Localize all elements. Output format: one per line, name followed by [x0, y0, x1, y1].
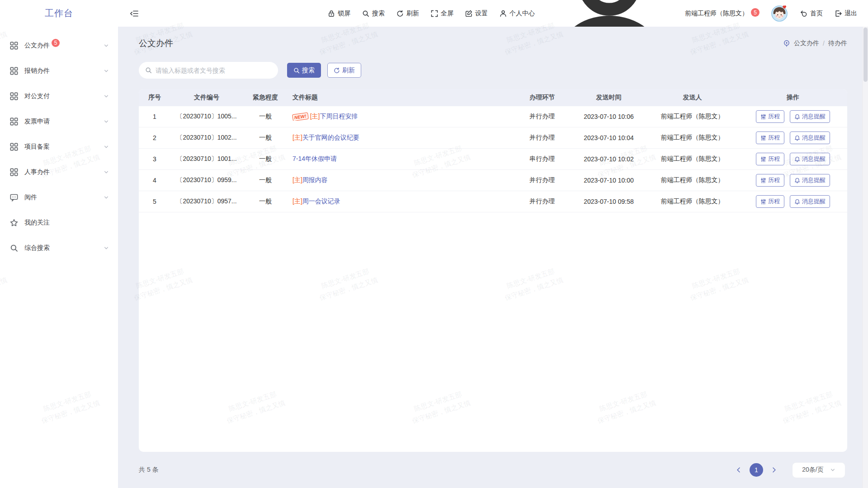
document-title-link[interactable]: 周报内容 [302, 176, 328, 184]
col-header-urgency: 紧急程度 [243, 94, 288, 102]
prev-page-button[interactable] [732, 464, 745, 476]
sidebar-item[interactable]: 人事办件 [0, 160, 118, 185]
history-button[interactable]: 历程 [756, 131, 784, 144]
sidebar-item-label: 人事办件 [24, 168, 50, 176]
search-button[interactable]: 搜索 [287, 63, 321, 78]
page-title: 公文办件 [139, 38, 173, 49]
scrollbar-track[interactable] [862, 27, 868, 488]
sidebar-badge: 5 [52, 39, 60, 47]
message-reminder-button[interactable]: 消息提醒 [790, 153, 830, 165]
chevron-down-icon [104, 144, 109, 150]
grid-icon [10, 92, 18, 100]
history-button[interactable]: 历程 [756, 174, 784, 187]
row-actions: 历程 消息提醒 [739, 195, 847, 208]
history-button[interactable]: 历程 [756, 195, 784, 208]
search-box [139, 62, 278, 79]
avatar[interactable] [771, 5, 788, 22]
message-reminder-button[interactable]: 消息提醒 [790, 195, 830, 208]
page-number-button[interactable]: 1 [750, 463, 763, 477]
logout-label: 退出 [844, 9, 857, 18]
doc-tag: [主] [292, 134, 302, 142]
chevron-down-icon [104, 94, 109, 99]
bell-icon [794, 199, 800, 205]
topbar-item[interactable]: 全屏 [431, 9, 453, 18]
next-page-button[interactable] [768, 464, 780, 476]
sidebar-item[interactable]: 阅件 [0, 185, 118, 210]
refresh-button[interactable]: 刷新 [327, 63, 361, 78]
sliders-icon [760, 135, 766, 141]
comment-icon [10, 193, 18, 202]
sidebar-item-label: 阅件 [24, 193, 37, 202]
breadcrumb: 公文办件 / 待办件 [783, 39, 847, 47]
history-button[interactable]: 历程 [756, 110, 784, 123]
topbar-item[interactable]: 刷新 [396, 9, 419, 18]
table-row[interactable]: 3 〔20230710〕1001... 一般 NEW! 7-14年休假申请 串行… [139, 149, 847, 170]
search-icon [362, 10, 369, 17]
message-reminder-button[interactable]: 消息提醒 [790, 174, 830, 187]
grid-icon [10, 42, 18, 50]
row-actions: 历程 消息提醒 [739, 110, 847, 123]
topbar-item[interactable]: 搜索 [362, 9, 385, 18]
message-reminder-button[interactable]: 消息提醒 [790, 110, 830, 123]
history-button[interactable]: 历程 [756, 153, 784, 165]
sidebar-item-label: 对公支付 [24, 92, 50, 100]
document-title-link[interactable]: 下周日程安排 [320, 113, 358, 121]
logout-link[interactable]: 退出 [835, 9, 857, 18]
grid-icon [10, 117, 18, 126]
row-index: 3 [139, 155, 170, 163]
search-input[interactable] [156, 67, 272, 74]
location-pin-icon [783, 40, 790, 47]
sidebar-item[interactable]: 对公支付 [0, 84, 118, 109]
doc-tag: [主] [292, 176, 302, 184]
row-actions: 历程 消息提醒 [739, 131, 847, 144]
sidebar-item[interactable]: 项目备案 [0, 134, 118, 160]
sidebar-item[interactable]: 综合搜索 [0, 235, 118, 261]
page-size-value: 20条/页 [802, 466, 823, 474]
table-row[interactable]: 5 〔20230710〕0957... 一般 NEW! [主] 周一会议记录 并… [139, 191, 847, 212]
grid-icon [10, 143, 18, 151]
scrollbar-thumb[interactable] [863, 28, 868, 82]
sidebar-item[interactable]: 我的关注 [0, 210, 118, 235]
chevron-down-icon [104, 43, 109, 48]
home-label: 首页 [810, 9, 823, 18]
row-index: 5 [139, 198, 170, 205]
row-actions: 历程 消息提醒 [739, 174, 847, 187]
notification-count-badge: 5 [751, 8, 760, 17]
row-urgency: 一般 [243, 134, 288, 142]
chevron-down-icon [104, 245, 109, 251]
topbar-item[interactable]: 个人中心 [500, 9, 535, 18]
message-reminder-button[interactable]: 消息提醒 [790, 131, 830, 144]
document-title-link[interactable]: 关于官网的会议纪要 [302, 134, 359, 142]
row-step: 串行办理 [513, 155, 571, 163]
table-row[interactable]: 1 〔20230710〕1005... 一般 NEW! [主] 下周日程安排 并… [139, 106, 847, 127]
breadcrumb-root[interactable]: 公文办件 [794, 39, 819, 47]
col-header-sender: 发送人 [646, 94, 739, 102]
table-row[interactable]: 4 〔20230710〕0959... 一般 NEW! [主] 周报内容 并行办… [139, 170, 847, 191]
sidebar-item[interactable]: 发票申请 [0, 109, 118, 134]
sidebar-item[interactable]: 公文办件 5 [0, 33, 118, 58]
row-doc-no: 〔20230710〕0959... [170, 176, 243, 184]
sidebar-fold-icon[interactable] [130, 9, 139, 18]
row-step: 并行办理 [513, 197, 571, 206]
row-index: 2 [139, 134, 170, 141]
row-sender: 前端工程师（陈思文） [646, 176, 739, 184]
search-icon [10, 244, 18, 252]
document-title-link[interactable]: 周一会议记录 [302, 197, 340, 206]
col-header-doc-no: 文件编号 [170, 94, 243, 102]
table-row[interactable]: 2 〔20230710〕1002... 一般 NEW! [主] 关于官网的会议纪… [139, 127, 847, 149]
topbar-item[interactable]: 锁屏 [328, 9, 350, 18]
sidebar-item[interactable]: 报销办件 [0, 58, 118, 84]
current-user-name: 前端工程师（陈思文） [685, 9, 748, 18]
row-doc-no: 〔20230710〕1005... [170, 113, 243, 121]
sidebar-item-label: 项目备案 [24, 143, 50, 151]
refresh-icon [334, 67, 340, 74]
topbar-item[interactable]: 设置 [465, 9, 488, 18]
pagination-bar: 共 5 条 1 20条/页 [139, 452, 847, 488]
pagination-controls: 1 20条/页 [732, 462, 845, 478]
page-size-select[interactable]: 20条/页 [792, 462, 845, 478]
document-title-link[interactable]: 7-14年休假申请 [292, 155, 337, 163]
home-link[interactable]: 首页 [800, 9, 823, 18]
documents-table: 序号 文件编号 紧急程度 文件标题 办理环节 发送时间 发送人 操作 1 〔20… [139, 89, 847, 452]
sidebar-item-label: 公文办件 [24, 42, 50, 50]
star-icon [10, 219, 18, 227]
